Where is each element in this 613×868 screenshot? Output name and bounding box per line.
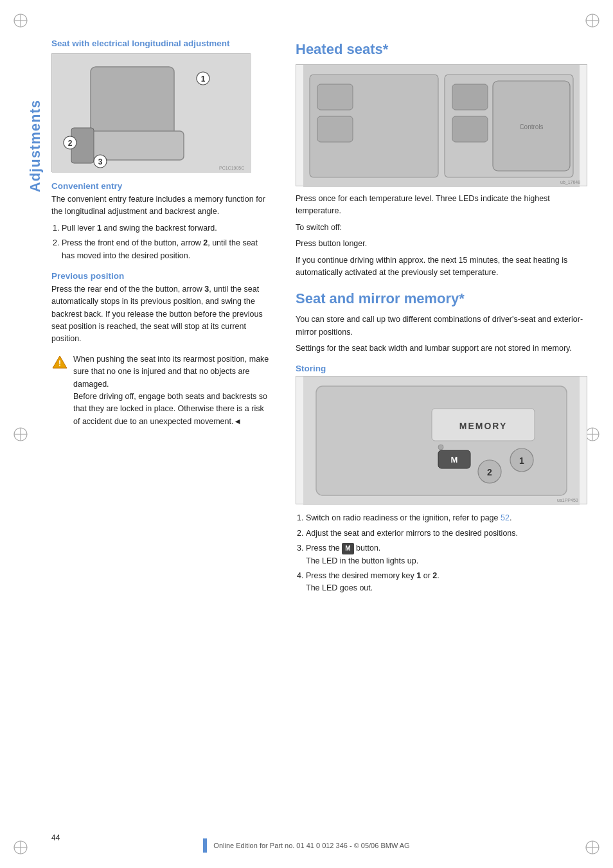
warning-icon: !: [51, 354, 68, 373]
page-footer: Online Edition for Part no. 01 41 0 012 …: [0, 838, 613, 853]
corner-ml-decoration: [12, 425, 30, 443]
svg-text:Controls: Controls: [519, 123, 543, 130]
svg-text:1: 1: [519, 456, 524, 466]
convenient-entry-heading: Convenient entry: [51, 181, 270, 191]
heated-text3: Press button longer.: [296, 238, 587, 250]
m-button: M: [342, 543, 353, 554]
seat-adjustment-heading: Seat with electrical longitudinal adjust…: [51, 39, 270, 48]
previous-position-heading: Previous position: [51, 271, 270, 281]
sidebar-label: Adjustments: [27, 100, 44, 192]
storing-step-3: Press the M button.The LED in the button…: [306, 542, 587, 567]
storing-step-2: Adjust the seat and exterior mirrors to …: [306, 527, 587, 540]
svg-text:2: 2: [68, 139, 73, 148]
heated-text2: To switch off:: [296, 222, 587, 234]
previous-position-text: Press the rear end of the the button, ar…: [51, 283, 270, 346]
svg-text:ub_17648: ub_17648: [560, 180, 580, 185]
step-1: Pull lever 1 and swing the backrest forw…: [62, 222, 270, 235]
heated-seats-image: Controls ub_17648: [296, 64, 587, 186]
svg-text:PC1C1905C: PC1C1905C: [219, 166, 244, 170]
heated-seats-heading: Heated seats*: [296, 41, 587, 58]
svg-text:2: 2: [487, 467, 492, 477]
storing-step-1: Switch on radio readiness or the ignitio…: [306, 512, 587, 524]
warning-box: ! When pushing the seat into its rearmos…: [51, 353, 270, 428]
svg-text:1: 1: [201, 75, 206, 84]
footer-bar-accent: [203, 838, 207, 853]
warning-text: When pushing the seat into its rearmost …: [73, 353, 270, 428]
memory-diagram-image: MEMORY 1 2 M ua1PP450: [296, 376, 587, 504]
svg-rect-35: [317, 116, 353, 142]
svg-text:3: 3: [98, 157, 103, 166]
svg-rect-36: [452, 84, 488, 110]
right-column: Heated seats* Controls: [283, 39, 587, 600]
page-link-52[interactable]: 52: [501, 513, 510, 522]
svg-rect-37: [452, 116, 488, 142]
svg-text:M: M: [451, 455, 458, 465]
svg-rect-34: [317, 84, 353, 110]
memory-text1: You can store and call up two different …: [296, 314, 587, 339]
convenient-entry-steps: Pull lever 1 and swing the backrest forw…: [62, 222, 270, 262]
memory-text2: Settings for the seat back width and lum…: [296, 342, 587, 355]
storing-heading: Storing: [296, 364, 587, 373]
svg-point-52: [438, 445, 443, 450]
left-column: Seat with electrical longitudinal adjust…: [51, 39, 283, 600]
page: Adjustments Seat with electrical longitu…: [0, 0, 613, 868]
heated-text4: If you continue driving within approx. t…: [296, 254, 587, 279]
corner-tl-decoration: [12, 12, 30, 30]
convenient-entry-text: The convenient entry feature includes a …: [51, 193, 270, 218]
seat-diagram-image: 1 2 3 PC1C1905C: [51, 53, 251, 172]
svg-rect-19: [91, 67, 174, 137]
svg-text:ua1PP450: ua1PP450: [557, 498, 578, 502]
content-area: Seat with electrical longitudinal adjust…: [51, 39, 587, 600]
storing-step-4: Press the desired memory key 1 or 2.The …: [306, 570, 587, 595]
seat-mirror-memory-heading: Seat and mirror memory*: [296, 290, 587, 307]
svg-text:!: !: [58, 359, 61, 368]
svg-text:MEMORY: MEMORY: [459, 421, 507, 431]
footer-text: Online Edition for Part no. 01 41 0 012 …: [213, 842, 409, 849]
storing-steps: Switch on radio readiness or the ignitio…: [306, 512, 587, 594]
corner-tr-decoration: [583, 12, 601, 30]
heated-text1: Press once for each temperature level. T…: [296, 193, 587, 218]
step-2: Press the front end of the button, arrow…: [62, 237, 270, 262]
